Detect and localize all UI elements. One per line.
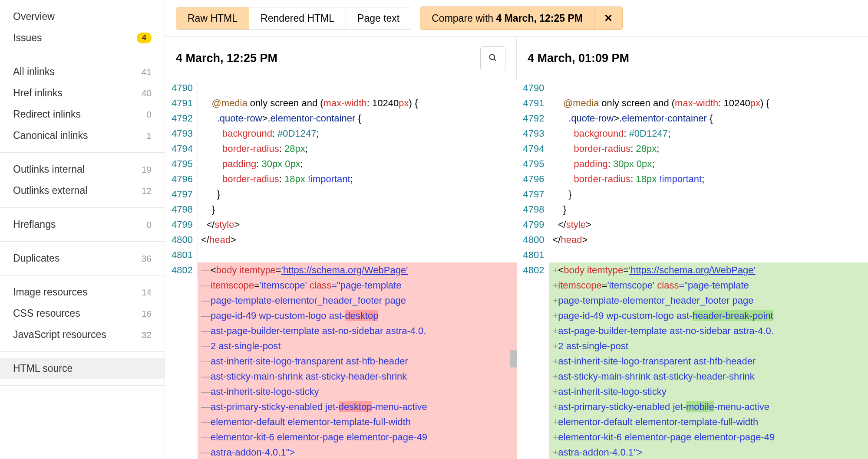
left-code: @media only screen and (max-width: 10240… <box>198 80 517 459</box>
left-code-pane[interactable]: 4790479147924793479447954796479747984799… <box>165 80 517 459</box>
sidebar-item-count: 16 <box>142 308 152 319</box>
view-tabs: Raw HTML Rendered HTML Page text <box>176 7 411 30</box>
diff-headers: 4 March, 12:25 PM 4 March, 01:09 PM <box>165 36 868 80</box>
tab-rendered-html[interactable]: Rendered HTML <box>249 7 346 30</box>
sidebar-item-javascript-resources[interactable]: JavaScript resources32 <box>0 324 165 345</box>
sidebar-item-count: 36 <box>142 253 152 264</box>
toolbar: Raw HTML Rendered HTML Page text Compare… <box>165 0 868 36</box>
left-pane-header: 4 March, 12:25 PM <box>165 36 516 80</box>
sidebar-item-label: Image resources <box>13 286 87 298</box>
sidebar-item-label: All inlinks <box>13 66 55 78</box>
sidebar-item-count: 1 <box>146 131 152 141</box>
sidebar-item-image-resources[interactable]: Image resources14 <box>0 282 165 303</box>
left-timestamp: 4 March, 12:25 PM <box>176 52 277 65</box>
sidebar-item-canonical-inlinks[interactable]: Canonical inlinks1 <box>0 125 165 146</box>
sidebar-item-count: 12 <box>142 186 152 196</box>
sidebar-item-count: 19 <box>142 164 152 175</box>
sidebar-item-duplicates[interactable]: Duplicates36 <box>0 248 165 269</box>
search-button[interactable] <box>480 46 505 70</box>
right-code-pane[interactable]: 4790479147924793479447954796479747984799… <box>517 80 868 459</box>
sidebar-item-all-inlinks[interactable]: All inlinks41 <box>0 61 165 82</box>
sidebar-item-count: 41 <box>142 67 152 77</box>
left-line-numbers: 4790479147924793479447954796479747984799… <box>165 80 198 278</box>
diff-viewer: 4790479147924793479447954796479747984799… <box>165 80 868 459</box>
sidebar-item-outlinks-external[interactable]: Outlinks external12 <box>0 180 165 201</box>
sidebar-item-label: JavaScript resources <box>13 329 106 341</box>
right-timestamp: 4 March, 01:09 PM <box>528 52 629 65</box>
sidebar-item-redirect-inlinks[interactable]: Redirect inlinks0 <box>0 104 165 125</box>
sidebar-item-label: CSS resources <box>13 308 80 319</box>
sidebar-item-label: Duplicates <box>13 252 59 264</box>
sidebar-item-label: Hreflangs <box>13 219 56 230</box>
sidebar-item-count: 0 <box>146 109 152 120</box>
compare-pill: Compare with 4 March, 12:25 PM ✕ <box>420 7 623 30</box>
sidebar-item-count: 14 <box>142 287 152 298</box>
issues-badge: 4 <box>137 33 152 43</box>
sidebar-item-overview[interactable]: Overview <box>0 6 165 27</box>
sidebar-item-outlinks-internal[interactable]: Outlinks internal19 <box>0 159 165 180</box>
sidebar-item-label: Redirect inlinks <box>13 108 81 120</box>
svg-line-1 <box>494 59 496 61</box>
scrollbar-thumb[interactable] <box>510 350 517 367</box>
tab-page-text[interactable]: Page text <box>346 7 411 30</box>
sidebar-item-count: 40 <box>142 88 152 98</box>
sidebar-item-html-source[interactable]: HTML source <box>0 358 165 379</box>
sidebar-item-label: Canonical inlinks <box>13 130 88 141</box>
svg-point-0 <box>490 55 495 60</box>
close-icon: ✕ <box>604 12 613 24</box>
compare-close-button[interactable]: ✕ <box>594 7 622 30</box>
sidebar: OverviewIssues4All inlinks41Href inlinks… <box>0 0 165 459</box>
sidebar-item-label: Issues <box>13 32 42 44</box>
sidebar-item-issues[interactable]: Issues4 <box>0 27 165 49</box>
sidebar-item-css-resources[interactable]: CSS resources16 <box>0 303 165 324</box>
tab-raw-html[interactable]: Raw HTML <box>176 7 249 30</box>
sidebar-item-label: Outlinks external <box>13 185 87 197</box>
sidebar-item-count: 0 <box>146 220 152 230</box>
sidebar-item-count: 32 <box>142 330 152 340</box>
sidebar-item-hreflangs[interactable]: Hreflangs0 <box>0 214 165 235</box>
right-line-numbers: 4790479147924793479447954796479747984799… <box>517 80 549 278</box>
right-pane-header: 4 March, 01:09 PM <box>516 36 868 80</box>
search-icon <box>488 53 497 62</box>
sidebar-item-label: Href inlinks <box>13 87 63 99</box>
sidebar-item-label: HTML source <box>13 363 73 374</box>
main-content: Raw HTML Rendered HTML Page text Compare… <box>165 0 868 459</box>
sidebar-item-label: Overview <box>13 11 55 23</box>
sidebar-item-href-inlinks[interactable]: Href inlinks40 <box>0 82 165 104</box>
sidebar-item-label: Outlinks internal <box>13 164 85 175</box>
right-code: @media only screen and (max-width: 10240… <box>549 80 868 459</box>
compare-label[interactable]: Compare with 4 March, 12:25 PM <box>420 7 594 30</box>
